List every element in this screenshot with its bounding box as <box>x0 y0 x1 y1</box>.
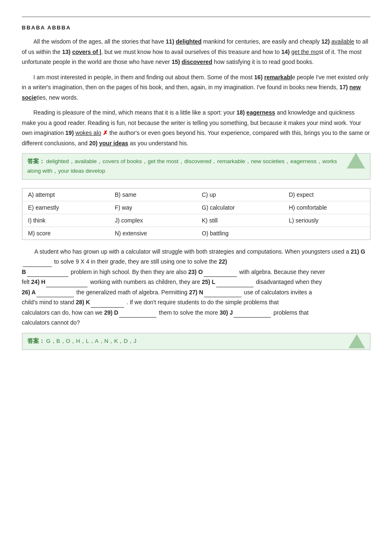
fill-23 <box>204 276 237 277</box>
answer-content-2: G，B，O，H，L，A，N，K，D，J <box>46 338 136 344</box>
para4-text9: use of calculators invites a <box>242 289 312 296</box>
num-24: 24) H <box>31 279 45 285</box>
option-H: H) comfortable <box>283 201 370 214</box>
options-table: A) attempt B) same C) up D) expect E) ea… <box>22 188 370 240</box>
page-content: BBABA ABBBA All the wisdom of the ages, … <box>14 0 379 379</box>
fill-24 <box>46 287 88 287</box>
fill-14: get the mo <box>291 49 319 55</box>
para4-text13: them to solve the more <box>157 309 219 316</box>
fill-21 <box>23 266 52 267</box>
para4-text12: calculators can do, how can we <box>22 309 104 316</box>
fill-13: covers of | <box>72 49 101 55</box>
paragraph-1: All the wisdom of the ages, all the stor… <box>22 37 370 67</box>
fill-30 <box>234 317 271 318</box>
num-27: 27) N <box>189 289 203 296</box>
option-C: C) up <box>196 188 283 201</box>
fill-18: eagerness <box>246 109 275 116</box>
fill-15: discovered <box>182 59 212 65</box>
num-12: 12) <box>321 38 330 45</box>
para4-text5: felt <box>22 279 32 285</box>
para4-text10: child's mind to stand <box>22 299 76 306</box>
fill-27 <box>204 297 241 297</box>
options-row-2: E) earnestly F) way G) calculator H) com… <box>22 201 370 214</box>
top-divider <box>22 17 370 17</box>
fill-25 <box>216 287 253 287</box>
fill-22 <box>27 276 68 277</box>
para1-text1: All the wisdom of the ages, all the stor… <box>34 38 166 45</box>
option-E: E) earnestly <box>22 201 109 214</box>
triangle-deco-1 <box>347 153 365 169</box>
para4-text4: with algebra. Because they never <box>238 269 325 275</box>
num-14: 14) <box>281 49 290 55</box>
num-28: 28) K <box>76 299 90 306</box>
fill-26 <box>37 297 74 297</box>
para1-text6: how satisfying it is to read good books. <box>212 59 314 65</box>
para4-text14: problems that <box>272 309 309 316</box>
fill-19: wokes alo <box>75 130 101 136</box>
num-21: 21) G <box>351 248 365 255</box>
para4-text11: . If we don't require students to do the… <box>125 299 279 306</box>
triangle-deco-2 <box>348 334 365 348</box>
para2-text1: I am most interested in people, in them … <box>34 74 254 81</box>
answer-label-1: 答案： <box>27 158 45 164</box>
num-20: 20) <box>89 140 97 147</box>
para4-text15: calculators cannot do? <box>22 319 80 326</box>
option-N: N) extensive <box>109 227 196 240</box>
answer-box-2: 答案： G，B，O，H，L，A，N，K，D，J <box>22 333 370 350</box>
fill-28 <box>91 307 124 308</box>
para4-text1: A student who has grown up with a calcul… <box>22 248 351 255</box>
answer-content-1: delighted，available，covers of books，get … <box>27 158 337 174</box>
option-J: J) complex <box>109 214 196 227</box>
para3-text3: the author's or even goes beyond his. Yo… <box>22 130 370 147</box>
option-G: G) calculator <box>196 201 283 214</box>
option-empty <box>283 227 370 240</box>
num-26: 26) A <box>22 289 36 296</box>
option-O: O) battling <box>196 227 283 240</box>
fill-22-b: B <box>22 269 26 275</box>
para4-text6: working with numbers as children, they a… <box>88 279 202 285</box>
para2-text3: ties, new words. <box>37 94 78 101</box>
num-23: 23) O <box>188 269 203 275</box>
para4-text7: disadvantaged when they <box>254 279 322 285</box>
options-row-1: A) attempt B) same C) up D) expect <box>22 188 370 201</box>
paragraph-3: Reading is pleasure of the mind, which m… <box>22 108 370 148</box>
num-16: 16) <box>254 74 263 81</box>
para1-text2: mankind for centuries, are easily and ch… <box>202 38 321 45</box>
fill-12: available <box>331 38 354 45</box>
num-30: 30) J <box>219 309 233 316</box>
num-17: 17) <box>339 84 348 90</box>
paragraph-2: I am most interested in people, in them … <box>22 72 370 103</box>
fill-29 <box>119 317 156 318</box>
para1-text4: , but we must know how to avail ourselve… <box>101 49 281 55</box>
para4-text2: to solve 9 X 4 in their grade, they are … <box>53 258 219 265</box>
option-D: D) expect <box>283 188 370 201</box>
option-I: I) think <box>22 214 109 227</box>
fill-11: delighted <box>176 38 202 45</box>
cross-mark: ✗ <box>103 130 108 136</box>
num-29: 29) D <box>104 309 118 316</box>
num-18: 18) <box>236 109 245 116</box>
option-K: K) still <box>196 214 283 227</box>
para4-text3: problem in high school. By then they are… <box>69 269 188 275</box>
num-11: 11) <box>166 38 174 45</box>
option-B: B) same <box>109 188 196 201</box>
num-22: 22) <box>219 258 227 265</box>
options-row-3: I) think J) complex K) still L) seriousl… <box>22 214 370 227</box>
num-19: 19) <box>66 130 74 136</box>
option-A: A) attempt <box>22 188 109 201</box>
para4-text8: the generalized math of algebra. Permitt… <box>75 289 189 296</box>
num-15: 15) <box>172 59 180 65</box>
options-row-4: M) score N) extensive O) battling <box>22 227 370 240</box>
header-label: BBABA ABBBA <box>22 24 370 31</box>
paragraph-4: A student who has grown up with a calcul… <box>22 247 370 328</box>
fill-16: remarkabl <box>264 74 292 81</box>
num-13: 13) <box>62 49 71 55</box>
answer-label-2: 答案： <box>27 338 45 344</box>
fill-20: your ideas <box>99 140 128 147</box>
para3-text4: as you understand his. <box>128 140 188 147</box>
option-L: L) seriously <box>283 214 370 227</box>
option-F: F) way <box>109 201 196 214</box>
answer-box-1: 答案： delighted，available，covers of books，… <box>22 153 370 180</box>
num-25: 25) L <box>202 279 215 285</box>
option-M: M) score <box>22 227 109 240</box>
